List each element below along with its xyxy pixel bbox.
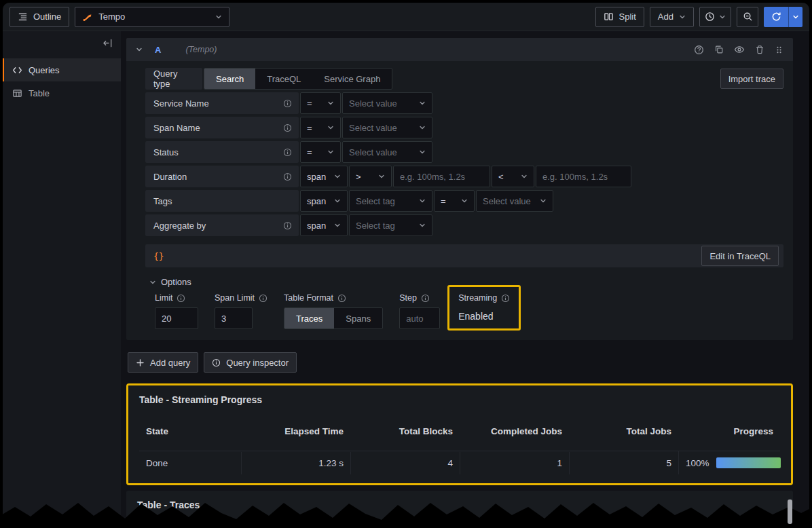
run-query-button[interactable] [764, 7, 802, 27]
trash-icon[interactable] [755, 45, 764, 54]
tab-service-graph[interactable]: Service Graph [312, 69, 392, 89]
column-header-trace-id[interactable]: Trace ID [166, 523, 203, 528]
info-icon[interactable] [283, 124, 292, 132]
chevron-down-icon[interactable] [136, 46, 143, 53]
chevron-down-icon [334, 173, 341, 180]
split-button[interactable]: Split [595, 7, 644, 27]
column-header-completed-jobs[interactable]: Completed Jobs [460, 420, 569, 442]
column-header-start-time[interactable]: Start time [319, 523, 363, 528]
column-header-progress[interactable]: Progress [678, 420, 780, 442]
duration-lt-operator-select[interactable]: < [492, 166, 534, 187]
query-header[interactable]: A (Tempo) [126, 38, 793, 61]
zoom-out-button[interactable] [737, 7, 758, 27]
edit-in-traceql-button[interactable]: Edit in TraceQL [701, 246, 779, 266]
chevron-down-icon [540, 197, 547, 204]
sidebar-item-table[interactable]: Table [3, 81, 121, 105]
filter-label-span-name: Span Name [145, 117, 299, 138]
column-header-duration[interactable]: Duration [718, 523, 757, 528]
tags-scope-select[interactable]: span [300, 190, 348, 212]
span-name-operator-select[interactable]: = [300, 117, 341, 138]
service-name-operator-select[interactable]: = [300, 92, 341, 114]
outline-label: Outline [33, 12, 61, 22]
filter-row-service-name: Service Name = Select value [145, 92, 783, 114]
datasource-picker[interactable]: Tempo [75, 7, 229, 27]
duration-max-input[interactable] [536, 166, 631, 187]
service-name-value-select[interactable]: Select value [342, 92, 432, 114]
tags-tag-select[interactable]: Select tag [349, 190, 432, 212]
span-limit-label: Span Limit [215, 293, 267, 303]
code-icon [12, 65, 22, 75]
progress-panel-highlight-box: Table - Streaming Progress State Elapsed… [126, 383, 793, 485]
filter-label-status: Status [145, 141, 299, 163]
info-icon[interactable] [337, 294, 346, 303]
limit-input[interactable] [155, 307, 198, 329]
chevron-down-icon [419, 149, 426, 155]
column-header-state[interactable]: State [139, 420, 241, 442]
copy-icon[interactable] [714, 45, 724, 54]
filter-label-aggregate-by: Aggregate by [145, 214, 299, 236]
duration-gt-operator-select[interactable]: > [349, 166, 392, 187]
refresh-icon-segment[interactable] [764, 7, 788, 27]
tab-search[interactable]: Search [204, 69, 255, 89]
span-limit-field: Span Limit [215, 293, 267, 329]
panel-title: Table - Streaming Progress [139, 394, 780, 405]
info-icon[interactable] [283, 99, 292, 108]
chevron-down-icon [719, 14, 726, 20]
import-trace-button[interactable]: Import trace [720, 69, 783, 89]
tags-operator-select[interactable]: = [434, 190, 475, 212]
info-icon[interactable] [177, 294, 185, 303]
info-icon[interactable] [283, 148, 292, 157]
duration-scope-select[interactable]: span [300, 166, 348, 187]
info-icon[interactable] [421, 294, 430, 303]
column-header-name[interactable]: Name [580, 523, 606, 528]
info-icon[interactable] [283, 172, 292, 181]
status-value-select[interactable]: Select value [342, 141, 432, 163]
info-icon[interactable] [501, 294, 510, 303]
chevron-down-icon [679, 14, 686, 20]
collapse-sidebar-button[interactable] [103, 38, 113, 50]
grafana-explore-window: Outline Tempo Split Add [3, 3, 809, 528]
span-name-value-select[interactable]: Select value [342, 117, 432, 138]
column-header-total-jobs[interactable]: Total Jobs [569, 420, 678, 442]
aggregate-scope-select[interactable]: span [300, 214, 348, 236]
info-icon[interactable] [283, 221, 292, 230]
drag-handle-icon[interactable] [775, 45, 783, 54]
info-icon[interactable] [259, 294, 267, 303]
status-operator-select[interactable]: = [300, 141, 341, 163]
traceql-preview: {} [153, 251, 164, 261]
column-header-total-blocks[interactable]: Total Blocks [350, 420, 460, 442]
table-format-field: Table Format Traces Spans [284, 293, 383, 329]
clock-icon [705, 12, 715, 22]
tab-traceql[interactable]: TraceQL [255, 69, 312, 89]
tab-traces[interactable]: Traces [284, 308, 334, 328]
aggregate-tag-select[interactable]: Select tag [349, 214, 432, 236]
tags-value-select[interactable]: Select value [476, 190, 553, 212]
run-query-caret[interactable] [788, 7, 802, 27]
query-header-actions [694, 44, 783, 55]
split-icon [604, 12, 614, 22]
chevron-down-icon [327, 100, 334, 107]
chevron-down-icon [419, 124, 426, 131]
eye-icon[interactable] [734, 44, 745, 55]
column-header-service[interactable]: Service [414, 523, 448, 528]
sidebar-item-label: Table [29, 88, 50, 98]
time-picker-button[interactable] [699, 7, 731, 27]
add-query-button[interactable]: Add query [128, 352, 198, 373]
add-button[interactable]: Add [650, 7, 694, 27]
outline-button[interactable]: Outline [10, 7, 69, 27]
step-input[interactable] [399, 307, 440, 329]
filter-label-duration: Duration [145, 166, 299, 187]
column-header-elapsed-time[interactable]: Elapsed Time [241, 420, 350, 442]
duration-min-input[interactable] [393, 166, 490, 187]
span-limit-input[interactable] [215, 307, 253, 329]
table-header-row: State Elapsed Time Total Blocks Complete… [139, 416, 780, 451]
query-inspector-button[interactable]: Query inspector [204, 352, 297, 373]
tab-spans[interactable]: Spans [334, 308, 382, 328]
help-circle-icon[interactable] [694, 45, 704, 55]
options-title: Options [161, 277, 191, 287]
content-outline-sidebar: Queries Table [3, 31, 121, 528]
chevron-down-icon [419, 197, 426, 204]
chevron-down-icon [792, 14, 799, 20]
vertical-scrollbar-thumb[interactable] [788, 499, 792, 524]
sidebar-item-queries[interactable]: Queries [3, 58, 121, 81]
